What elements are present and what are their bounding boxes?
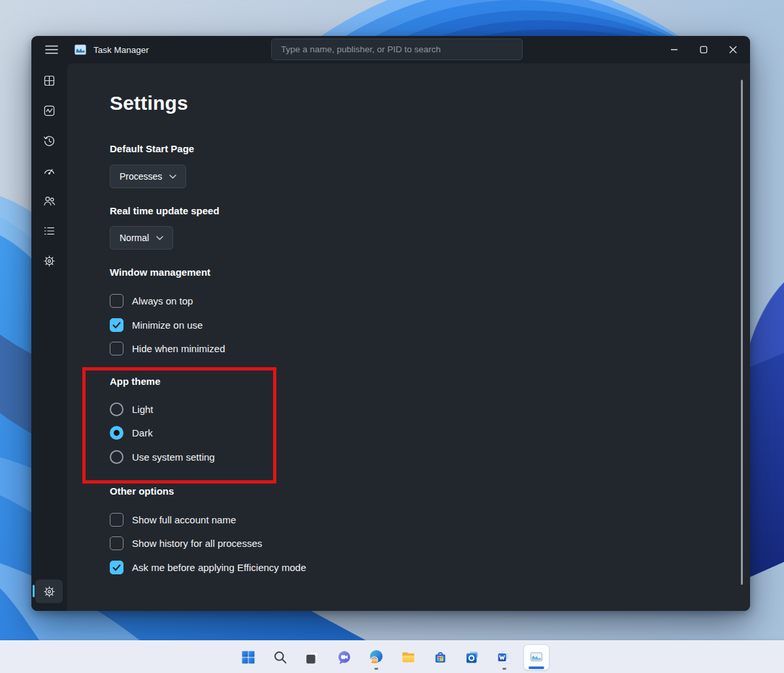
desktop: Task Manager bbox=[0, 0, 784, 673]
list-icon bbox=[42, 224, 56, 238]
taskbar-task-manager-button[interactable] bbox=[523, 644, 549, 670]
maximize-button[interactable] bbox=[689, 36, 718, 63]
taskbar-chat-button[interactable] bbox=[331, 644, 357, 670]
radio-button[interactable] bbox=[110, 450, 123, 464]
default-start-page-dropdown[interactable]: Processes bbox=[110, 165, 186, 188]
task-manager-icon bbox=[529, 649, 544, 665]
checkbox[interactable] bbox=[110, 342, 123, 355]
taskbar bbox=[0, 640, 784, 673]
scrollbar[interactable] bbox=[741, 80, 743, 585]
window-title: Task Manager bbox=[93, 45, 149, 55]
checkbox-row-hide-when-minimized[interactable]: Hide when minimized bbox=[110, 340, 225, 356]
sidebar-item-processes[interactable] bbox=[36, 69, 63, 92]
close-button[interactable] bbox=[718, 36, 747, 63]
settings-page: Settings Default Start Page Processes Re… bbox=[67, 63, 750, 611]
checkbox-label: Always on top bbox=[132, 295, 193, 306]
checkbox[interactable] bbox=[110, 513, 123, 527]
radio-button[interactable] bbox=[110, 426, 123, 440]
taskbar-word-button[interactable] bbox=[491, 644, 517, 670]
default-start-page-value: Processes bbox=[120, 171, 162, 182]
sidebar-item-details[interactable] bbox=[36, 219, 63, 242]
sidebar-item-app-history[interactable] bbox=[36, 129, 63, 152]
sidebar-item-settings[interactable] bbox=[35, 580, 63, 603]
task-manager-window: Task Manager bbox=[31, 36, 750, 611]
sidebar-item-services[interactable] bbox=[36, 249, 63, 272]
checkbox-label: Show full account name bbox=[132, 514, 236, 525]
update-speed-dropdown[interactable]: Normal bbox=[110, 226, 173, 250]
chat-icon bbox=[336, 649, 352, 665]
radio-label: Use system setting bbox=[132, 451, 215, 463]
window-management-label: Window management bbox=[110, 267, 210, 278]
default-start-page-label: Default Start Page bbox=[110, 143, 194, 154]
checkbox-row-show-history-all-processes[interactable]: Show history for all processes bbox=[110, 535, 262, 551]
other-options-label: Other options bbox=[110, 485, 174, 497]
window-controls bbox=[659, 36, 747, 63]
checkbox-label: Hide when minimized bbox=[132, 343, 225, 354]
close-icon bbox=[729, 46, 737, 54]
checkbox-row-always-on-top[interactable]: Always on top bbox=[110, 293, 193, 308]
windows-start-icon bbox=[240, 649, 256, 665]
running-indicator bbox=[502, 668, 506, 670]
microsoft-store-icon bbox=[433, 649, 448, 665]
active-window-indicator bbox=[529, 666, 544, 669]
checkbox-label: Minimize on use bbox=[132, 320, 203, 331]
taskbar-start-button[interactable] bbox=[235, 644, 261, 670]
task-manager-app-icon bbox=[74, 44, 86, 56]
search-input[interactable] bbox=[271, 39, 523, 60]
gauge-icon bbox=[42, 164, 56, 178]
taskbar-file-explorer-button[interactable] bbox=[395, 644, 421, 670]
hamburger-icon bbox=[45, 44, 58, 55]
radio-row-dark[interactable]: Dark bbox=[110, 425, 153, 440]
running-indicator bbox=[374, 668, 378, 670]
maximize-icon bbox=[700, 46, 708, 54]
chevron-down-icon bbox=[169, 174, 176, 179]
update-speed-value: Normal bbox=[120, 233, 149, 243]
taskbar-outlook-button[interactable] bbox=[459, 644, 485, 670]
chevron-down-icon bbox=[156, 236, 163, 240]
file-explorer-icon bbox=[400, 649, 416, 665]
pulse-icon bbox=[42, 104, 56, 118]
task-view-icon bbox=[304, 649, 320, 665]
checkbox[interactable] bbox=[110, 318, 123, 332]
checkbox-label: Ask me before applying Efficiency mode bbox=[132, 562, 306, 573]
grid-icon bbox=[42, 74, 56, 88]
taskbar-edge-button[interactable] bbox=[363, 644, 389, 670]
radio-label: Dark bbox=[132, 427, 153, 438]
minimize-button[interactable] bbox=[659, 36, 689, 63]
checkbox[interactable] bbox=[110, 294, 123, 308]
sidebar bbox=[31, 63, 67, 611]
minimize-icon bbox=[670, 46, 678, 54]
navigation-menu-button[interactable] bbox=[41, 40, 63, 59]
checkbox-row-ask-before-efficiency-mode[interactable]: Ask me before applying Efficiency mode bbox=[110, 559, 306, 575]
outlook-icon bbox=[465, 649, 480, 665]
sidebar-item-performance[interactable] bbox=[36, 99, 63, 122]
users-icon bbox=[42, 194, 56, 208]
radio-row-light[interactable]: Light bbox=[110, 401, 154, 417]
checkbox[interactable] bbox=[110, 561, 123, 574]
taskbar-task-view-button[interactable] bbox=[299, 644, 325, 670]
history-icon bbox=[42, 134, 56, 148]
radio-label: Light bbox=[132, 404, 154, 415]
taskbar-store-button[interactable] bbox=[427, 644, 453, 670]
taskbar-search-button[interactable] bbox=[267, 644, 293, 670]
update-speed-label: Real time update speed bbox=[110, 205, 220, 216]
checkbox-row-show-full-account-name[interactable]: Show full account name bbox=[110, 512, 236, 527]
checkbox-row-minimize-on-use[interactable]: Minimize on use bbox=[110, 317, 203, 333]
active-page-indicator bbox=[33, 585, 35, 597]
sidebar-item-users[interactable] bbox=[36, 189, 63, 212]
radio-button[interactable] bbox=[110, 402, 123, 416]
settings-gear-icon bbox=[42, 585, 56, 599]
edge-browser-icon bbox=[368, 649, 385, 666]
radio-row-use-system-setting[interactable]: Use system setting bbox=[110, 449, 215, 465]
page-title: Settings bbox=[110, 92, 188, 114]
checkbox-label: Show history for all processes bbox=[132, 538, 262, 549]
gear-icon bbox=[42, 254, 56, 268]
sidebar-item-startup-apps[interactable] bbox=[36, 159, 63, 182]
checkbox[interactable] bbox=[110, 536, 123, 550]
app-theme-label: App theme bbox=[110, 376, 161, 387]
word-icon bbox=[497, 649, 512, 665]
titlebar[interactable]: Task Manager bbox=[31, 36, 750, 63]
search-icon bbox=[272, 649, 288, 665]
